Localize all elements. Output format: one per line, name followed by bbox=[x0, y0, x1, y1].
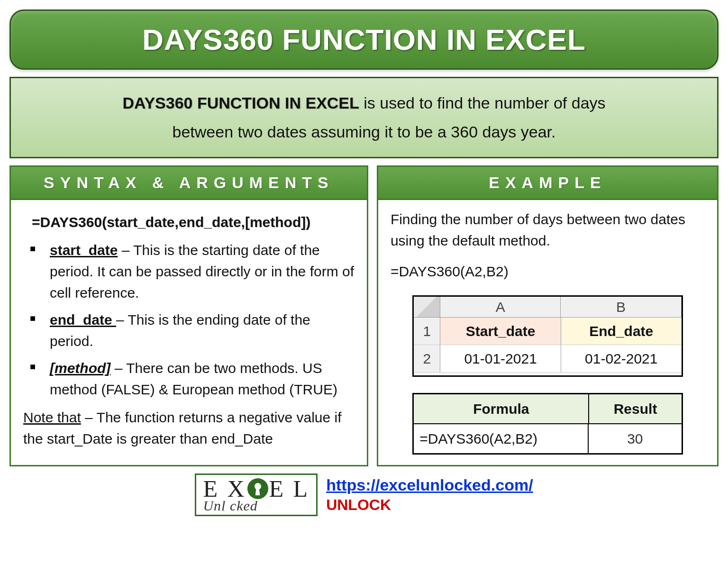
result-cell-formula: =DAYS360(A2,B2) bbox=[414, 424, 589, 453]
result-header-result: Result bbox=[589, 394, 681, 424]
footer: E X E L Unl cked https://excelunlocked.c… bbox=[9, 474, 719, 516]
syntax-note: Note that – The function returns a negat… bbox=[23, 407, 355, 449]
example-intro: Finding the number of days between two d… bbox=[391, 209, 705, 251]
argument-name: start_date bbox=[50, 242, 118, 258]
page-title: DAYS360 FUNCTION IN EXCEL bbox=[20, 23, 708, 56]
description-line-1: DAYS360 FUNCTION IN EXCEL is used to fin… bbox=[30, 89, 698, 118]
example-panel: EXAMPLE Finding the number of days betwe… bbox=[377, 165, 719, 466]
example-formula-line: =DAYS360(A2,B2) bbox=[391, 261, 705, 282]
result-data-row: =DAYS360(A2,B2) 30 bbox=[414, 424, 681, 453]
grid-corner-icon bbox=[414, 297, 440, 318]
cell-a1: Start_date bbox=[440, 318, 561, 345]
description-box: DAYS360 FUNCTION IN EXCEL is used to fin… bbox=[9, 77, 719, 158]
example-body: Finding the number of days between two d… bbox=[378, 200, 717, 465]
result-table: Formula Result =DAYS360(A2,B2) 30 bbox=[412, 393, 682, 455]
grid-row-1: 1 Start_date End_date bbox=[414, 318, 681, 345]
argument-item: start_date – This is the starting date o… bbox=[23, 239, 355, 303]
logo: E X E L Unl cked bbox=[195, 474, 318, 516]
footer-unlock: UNLOCK bbox=[326, 496, 533, 514]
result-cell-value: 30 bbox=[589, 424, 681, 453]
syntax-header: SYNTAX & ARGUMENTS bbox=[11, 167, 367, 200]
logo-text-2: E L bbox=[269, 477, 310, 501]
result-header-row: Formula Result bbox=[414, 394, 681, 424]
grid-rowhead-1: 1 bbox=[414, 318, 440, 345]
example-header: EXAMPLE bbox=[378, 167, 717, 200]
content-columns: SYNTAX & ARGUMENTS =DAYS360(start_date,e… bbox=[9, 165, 719, 466]
argument-item: [method] – There can be two methods. US … bbox=[23, 357, 355, 400]
cell-b1: End_date bbox=[561, 318, 682, 345]
grid-row-2: 2 01-01-2021 01-02-2021 bbox=[414, 345, 681, 373]
result-header-formula: Formula bbox=[414, 394, 589, 424]
footer-text: https://excelunlocked.com/ UNLOCK bbox=[326, 476, 533, 514]
argument-item: end_date – This is the ending date of th… bbox=[23, 309, 355, 352]
description-line-2: between two dates assuming it to be a 36… bbox=[30, 118, 698, 146]
grid-col-b: B bbox=[561, 297, 681, 318]
grid-col-a: A bbox=[440, 297, 561, 318]
grid-header-row: A B bbox=[414, 297, 681, 318]
description-rest1: is used to find the number of days bbox=[359, 94, 606, 112]
page-title-bar: DAYS360 FUNCTION IN EXCEL bbox=[9, 9, 719, 70]
keyhole-icon bbox=[247, 478, 268, 499]
footer-link[interactable]: https://excelunlocked.com/ bbox=[326, 476, 533, 494]
description-lead: DAYS360 FUNCTION IN EXCEL bbox=[122, 94, 359, 112]
excel-grid: A B 1 Start_date End_date 2 01-01-2021 0… bbox=[412, 295, 682, 377]
note-label: Note that bbox=[23, 410, 81, 425]
argument-list: start_date – This is the starting date o… bbox=[23, 239, 355, 400]
logo-top: E X E L bbox=[203, 477, 309, 501]
grid-rowhead-2: 2 bbox=[414, 345, 440, 373]
logo-text-1: E X bbox=[203, 477, 246, 501]
syntax-panel: SYNTAX & ARGUMENTS =DAYS360(start_date,e… bbox=[9, 165, 368, 466]
cell-a2: 01-01-2021 bbox=[440, 345, 561, 373]
syntax-formula: =DAYS360(start_date,end_date,[method]) bbox=[32, 211, 355, 233]
cell-b2: 01-02-2021 bbox=[561, 345, 682, 373]
syntax-body: =DAYS360(start_date,end_date,[method]) s… bbox=[11, 200, 367, 460]
argument-name: end_date bbox=[50, 312, 116, 328]
argument-name: [method] bbox=[50, 360, 110, 376]
